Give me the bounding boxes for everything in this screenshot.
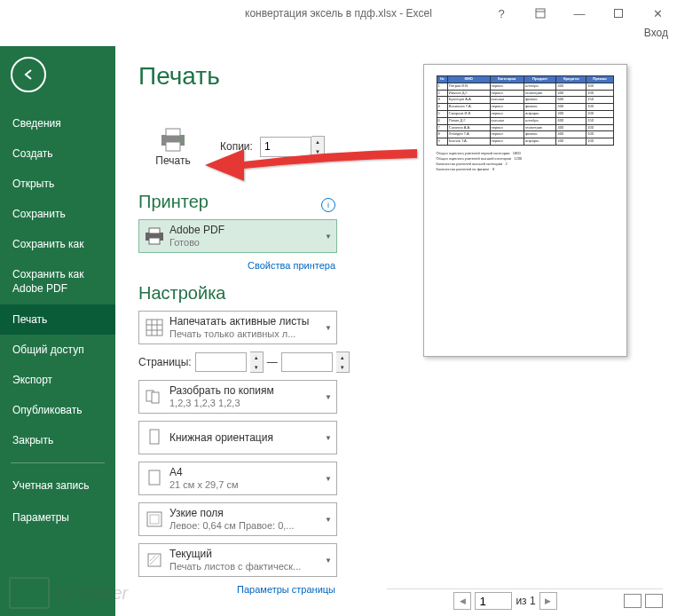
- close-button[interactable]: ✕: [642, 4, 673, 23]
- chevron-down-icon: ▼: [320, 475, 336, 483]
- minimize-button[interactable]: —: [563, 4, 595, 23]
- page-title: Печать: [138, 62, 378, 91]
- sidebar-item-info[interactable]: Сведения: [0, 108, 115, 138]
- orientation-dropdown[interactable]: Книжная ориентация ▼: [138, 421, 337, 454]
- info-icon[interactable]: i: [321, 198, 335, 212]
- print-button-label: Печать: [155, 154, 190, 167]
- svg-rect-8: [149, 228, 160, 233]
- portrait-icon: [145, 428, 164, 447]
- watermark: os helper: [9, 577, 128, 609]
- margins-dropdown[interactable]: Узкие поляЛевое: 0,64 см Правое: 0,... ▼: [138, 502, 337, 536]
- next-page-button[interactable]: ▶: [539, 592, 557, 610]
- printer-status: Готово: [169, 237, 320, 249]
- sidebar-item-account[interactable]: Учетная запись: [0, 470, 115, 502]
- scaling-dropdown[interactable]: ТекущийПечать листов с фактическ... ▼: [138, 543, 337, 577]
- svg-rect-5: [166, 142, 180, 151]
- svg-rect-2: [615, 10, 623, 18]
- svg-rect-19: [147, 512, 161, 526]
- chevron-down-icon: ▼: [320, 434, 336, 442]
- print-button[interactable]: Печать: [138, 114, 208, 179]
- pages-label: Страницы:: [138, 356, 192, 368]
- pages-to-down[interactable]: ▼: [336, 362, 349, 372]
- copies-down[interactable]: ▼: [311, 146, 324, 156]
- svg-rect-18: [149, 470, 160, 485]
- chevron-down-icon: ▼: [320, 324, 336, 332]
- svg-rect-10: [146, 320, 162, 336]
- preview-summary: Общая зарплата учителей первой категории…: [437, 151, 614, 172]
- prev-page-button[interactable]: ◀: [453, 592, 471, 610]
- sidebar-item-saveas[interactable]: Сохранить как: [0, 229, 115, 259]
- scaling-icon: [145, 550, 164, 570]
- sidebar-item-close[interactable]: Закрыть: [0, 425, 115, 455]
- show-margins-button[interactable]: [624, 594, 642, 608]
- printer-icon: [144, 227, 165, 245]
- paper-icon: [145, 469, 164, 488]
- pages-to-input[interactable]: [281, 352, 333, 372]
- chevron-down-icon: ▼: [320, 557, 336, 565]
- sidebar-item-saveas-pdf[interactable]: Сохранить как Adobe PDF: [0, 259, 115, 304]
- print-preview: №ФИОКатегорияПредметКредитыПремия 1Петро…: [387, 64, 663, 583]
- page-setup-link[interactable]: Параметры страницы: [237, 584, 335, 595]
- back-button[interactable]: [11, 57, 46, 92]
- svg-point-6: [180, 138, 183, 140]
- page-of-label: из 1: [516, 595, 535, 607]
- chevron-down-icon: ▼: [320, 233, 336, 241]
- copies-input[interactable]: [260, 137, 311, 157]
- sidebar-item-publish[interactable]: Опубликовать: [0, 395, 115, 425]
- sidebar-item-print[interactable]: Печать: [0, 304, 115, 335]
- sidebar: Сведения Создать Открыть Сохранить Сохра…: [0, 46, 115, 616]
- ribbon-toggle-icon[interactable]: [524, 4, 556, 23]
- svg-rect-17: [150, 430, 159, 444]
- svg-rect-4: [166, 129, 180, 136]
- printer-icon: [157, 126, 189, 153]
- margins-icon: [145, 509, 164, 529]
- sidebar-separator: [11, 462, 105, 463]
- svg-rect-9: [149, 238, 160, 244]
- copies-up[interactable]: ▲: [311, 137, 324, 146]
- preview-table: №ФИОКатегорияПредметКредитыПремия 1Петро…: [437, 75, 614, 146]
- sheets-icon: [145, 318, 164, 337]
- settings-section-title: Настройка: [138, 283, 378, 304]
- copies-label: Копии:: [220, 140, 253, 153]
- signin-link[interactable]: Вход: [644, 27, 668, 46]
- svg-rect-20: [150, 515, 159, 524]
- pages-from-down[interactable]: ▼: [250, 362, 263, 372]
- help-button[interactable]: ?: [485, 4, 517, 23]
- chevron-down-icon: ▼: [320, 393, 336, 401]
- pages-sep: —: [267, 356, 278, 368]
- printer-name: Adobe PDF: [169, 224, 320, 236]
- pages-to-up[interactable]: ▲: [336, 352, 349, 362]
- sidebar-item-options[interactable]: Параметры: [0, 502, 115, 533]
- printer-section-title: Принтер: [138, 192, 209, 212]
- svg-rect-0: [536, 9, 545, 18]
- printer-properties-link[interactable]: Свойства принтера: [248, 260, 335, 271]
- zoom-to-page-button[interactable]: [645, 594, 663, 608]
- print-area-dropdown[interactable]: Напечатать активные листыПечать только а…: [138, 311, 337, 344]
- sidebar-item-open[interactable]: Открыть: [0, 169, 115, 199]
- paper-dropdown[interactable]: A421 см x 29,7 см ▼: [138, 462, 337, 495]
- sidebar-item-share[interactable]: Общий доступ: [0, 335, 115, 365]
- svg-rect-16: [152, 392, 159, 403]
- collate-icon: [145, 387, 164, 407]
- printer-dropdown[interactable]: Adobe PDFГотово ▼: [138, 219, 337, 253]
- maximize-button[interactable]: [602, 4, 634, 23]
- sidebar-item-new[interactable]: Создать: [0, 138, 115, 169]
- collate-dropdown[interactable]: Разобрать по копиям1,2,3 1,2,3 1,2,3 ▼: [138, 380, 337, 414]
- chevron-down-icon: ▼: [320, 516, 336, 524]
- current-page-input[interactable]: [475, 592, 512, 610]
- pages-from-up[interactable]: ▲: [250, 352, 263, 362]
- sidebar-item-export[interactable]: Экспорт: [0, 365, 115, 395]
- pages-from-input[interactable]: [195, 352, 247, 372]
- sidebar-item-save[interactable]: Сохранить: [0, 199, 115, 229]
